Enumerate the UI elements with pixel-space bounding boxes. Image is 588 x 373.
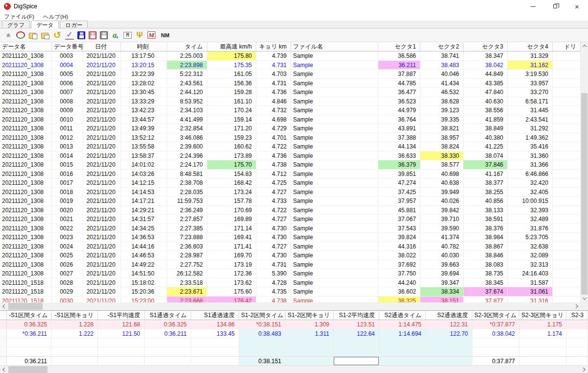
table-cell[interactable] <box>553 70 581 78</box>
table-cell[interactable] <box>426 348 472 356</box>
column-header[interactable]: S1通過タイム <box>145 311 191 320</box>
busy-icon[interactable] <box>4 31 13 40</box>
table-row[interactable]: 20211120_130800202021/11/2014:29:212:36.… <box>0 206 581 215</box>
table-cell[interactable]: 36.379 <box>378 160 420 169</box>
save-gray-icon[interactable] <box>100 31 108 39</box>
table-cell[interactable] <box>145 348 191 356</box>
table-cell[interactable]: 31.876 <box>508 224 553 233</box>
table-cell[interactable]: 20211120_1308 <box>0 115 52 124</box>
table-cell[interactable]: 38.821 <box>420 124 464 133</box>
table-cell[interactable] <box>553 251 581 260</box>
table-cell[interactable] <box>379 357 426 365</box>
table-cell[interactable]: Sample <box>291 215 378 224</box>
column-header[interactable]: S1-2平均速度 <box>334 311 379 320</box>
table-cell[interactable] <box>519 348 566 356</box>
table-cell[interactable]: 0027 <box>52 269 83 278</box>
table-cell[interactable]: 1:14.694 <box>379 329 426 338</box>
tab-item[interactable]: グラフ <box>2 21 30 28</box>
column-header[interactable]: -S1区間タイム <box>7 311 51 320</box>
table-cell[interactable]: 14:12:15 <box>121 178 167 187</box>
table-cell[interactable] <box>239 348 286 356</box>
scroll-left-arrow[interactable] <box>0 366 8 373</box>
table-cell[interactable]: 133.45 <box>191 329 239 338</box>
table-cell[interactable]: 4.703 <box>256 70 291 78</box>
table-row[interactable]: 20211120_130800052021/11/2013:22:395:22.… <box>0 70 581 79</box>
table-cell[interactable] <box>553 287 581 296</box>
table-cell[interactable]: 20211120_1308 <box>0 106 52 115</box>
table-cell[interactable]: 3:46.086 <box>167 133 207 142</box>
table-cell[interactable]: 2:43.541 <box>508 115 553 124</box>
table-cell[interactable]: 4.736 <box>256 88 291 97</box>
table-cell[interactable]: 31.360 <box>508 151 553 160</box>
table-cell[interactable]: 2:27.752 <box>167 260 207 269</box>
table-cell[interactable]: 31.316 <box>508 297 553 303</box>
table-cell[interactable]: 4.722 <box>256 142 291 151</box>
column-header[interactable]: 最高速 km/h <box>207 42 256 51</box>
table-cell[interactable]: 40.026 <box>420 197 464 205</box>
table-cell[interactable]: 0015 <box>52 160 83 169</box>
table-cell[interactable]: 44.316 <box>378 242 420 251</box>
table-cell[interactable]: 4.722 <box>256 206 291 215</box>
table-cell[interactable]: Sample <box>291 51 378 60</box>
table-cell[interactable]: 0008 <box>52 97 83 106</box>
table-cell[interactable]: 2:27.385 <box>167 224 207 233</box>
table-cell[interactable]: 4.736 <box>256 151 291 160</box>
table-cell[interactable]: 0005 <box>52 70 83 78</box>
table-cell[interactable]: Sample <box>291 97 378 106</box>
table-row[interactable]: 20211120_130800252021/11/2014:46:532:28.… <box>0 251 581 260</box>
table-cell[interactable]: 2021/11/20 <box>83 242 121 251</box>
table-cell[interactable]: 14:01:02 <box>121 160 167 169</box>
table-cell[interactable]: 2021/11/20 <box>83 160 121 169</box>
table-cell[interactable]: 38.556 <box>464 106 508 115</box>
table-cell[interactable]: 43.891 <box>378 124 420 133</box>
table-cell[interactable]: 169.70 <box>207 251 256 260</box>
table-cell[interactable]: 173.19 <box>207 260 256 269</box>
column-header[interactable]: データ番号 <box>52 42 83 51</box>
table-cell[interactable]: 39.590 <box>420 224 464 233</box>
undo-icon[interactable] <box>53 31 62 40</box>
table-cell[interactable]: 4.729 <box>256 124 291 133</box>
table-cell[interactable]: 15:20:36 <box>121 287 167 296</box>
table-cell[interactable]: 0007 <box>52 88 83 97</box>
table-cell[interactable]: 4.846 <box>256 97 291 106</box>
table-cell[interactable]: 170.24 <box>207 106 256 115</box>
table-cell[interactable]: 39.710 <box>420 215 464 224</box>
table-row[interactable]: 20211120_130800142021/11/2013:58:372:24.… <box>0 151 581 161</box>
table-cell[interactable]: 13:44:57 <box>121 115 167 124</box>
table-cell[interactable]: 13:22:39 <box>121 70 167 78</box>
table-row[interactable]: 20211120_130800062021/11/2013:28:022:43.… <box>0 79 581 88</box>
table-cell[interactable]: 20211120_1308 <box>0 97 52 106</box>
table-cell[interactable] <box>553 51 581 60</box>
column-header[interactable]: ファイル名 <box>291 42 378 51</box>
table-cell[interactable]: 38.483 <box>420 61 464 70</box>
table-cell[interactable]: 39.694 <box>420 269 464 278</box>
table-cell[interactable] <box>553 188 581 197</box>
table-cell[interactable]: 2021/11/20 <box>83 133 121 142</box>
table-cell[interactable]: 14:14:53 <box>121 188 167 197</box>
table-cell[interactable]: 0024 <box>52 242 83 251</box>
table-cell[interactable]: 0016 <box>52 170 83 178</box>
table-cell[interactable]: 0:38.483 <box>239 329 286 338</box>
table-row[interactable]: 20211120_151800292021/11/2015:20:362:23.… <box>0 287 581 297</box>
table-cell[interactable]: 32.405 <box>508 188 553 197</box>
table-cell[interactable] <box>553 206 581 215</box>
table-cell[interactable]: 37.674 <box>464 287 508 296</box>
table-cell[interactable]: 2021/11/20 <box>83 278 121 287</box>
table-cell[interactable]: 2:43.561 <box>167 79 207 88</box>
table-cell[interactable]: 36.211 <box>378 61 420 70</box>
table-cell[interactable]: Sample <box>291 197 378 205</box>
table-row[interactable]: 20211120_151800282021/11/2015:18:022:33.… <box>0 278 581 288</box>
table-cell[interactable]: 2:36.249 <box>167 206 207 215</box>
table-cell[interactable]: 37.877 <box>464 297 508 303</box>
table-cell[interactable] <box>553 142 581 151</box>
table-cell[interactable]: 2021/11/20 <box>83 224 121 233</box>
table-cell[interactable]: 38.846 <box>464 251 508 260</box>
table-cell[interactable]: 0021 <box>52 215 83 224</box>
table-cell[interactable]: Sample <box>291 133 378 142</box>
table-cell[interactable]: 46.532 <box>420 88 464 97</box>
table-cell[interactable]: 36.633 <box>378 151 420 160</box>
table-cell[interactable]: Sample <box>291 297 378 303</box>
table-row[interactable]: 20211120_130800152021/11/2014:01:022:24.… <box>0 160 581 170</box>
table-cell[interactable]: 172.36 <box>207 269 256 278</box>
table-cell[interactable]: 4.727 <box>256 242 291 251</box>
